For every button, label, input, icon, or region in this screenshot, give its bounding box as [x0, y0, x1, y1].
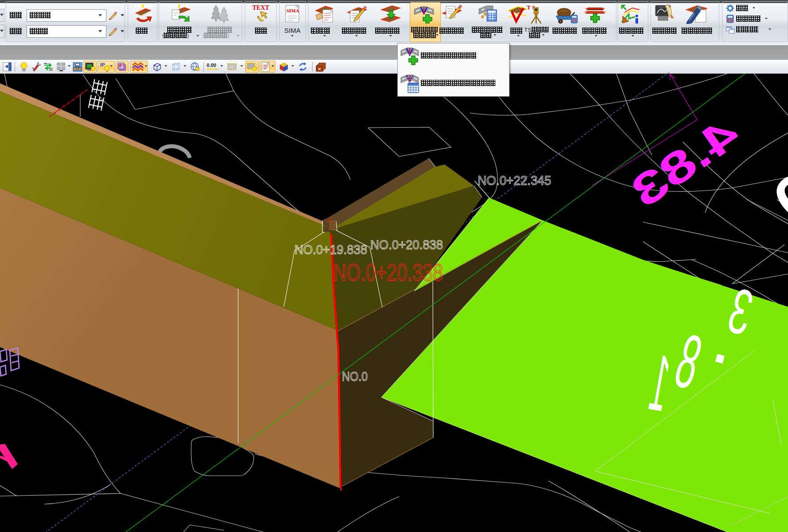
svg-text:NO.0: NO.0: [342, 369, 368, 383]
svg-text:NO.0+20.338: NO.0+20.338: [333, 259, 443, 286]
svg-text:NO.0+22.345: NO.0+22.345: [478, 173, 551, 188]
svg-text:NO.0+19.838: NO.0+19.838: [294, 242, 367, 257]
svg-text:NO.0+20.838: NO.0+20.838: [370, 237, 443, 252]
